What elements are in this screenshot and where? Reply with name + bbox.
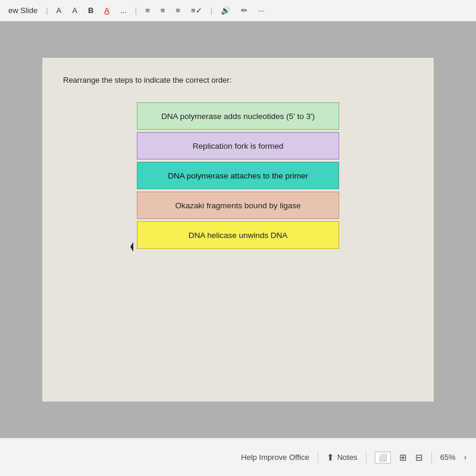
slide-view-icon: ⬜ — [378, 453, 387, 462]
slide-instruction: Rearrange the steps to indicate the corr… — [63, 76, 413, 84]
font-a2-button[interactable]: A — [68, 5, 81, 16]
help-improve-label: Help Improve Office — [241, 453, 309, 462]
new-slide-button[interactable]: ew Slide — [5, 5, 41, 16]
toolbar-sep-2: | — [135, 6, 137, 15]
grid1-button[interactable]: ⊞ — [399, 452, 407, 463]
step-5-label: DNA helicase unwinds DNA — [189, 231, 288, 240]
cursor-arrow — [130, 242, 133, 252]
step-1-label: DNA polymerase adds nucleotides (5' to 3… — [161, 112, 315, 121]
grid1-icon: ⊞ — [399, 452, 407, 463]
toolbar: ew Slide | A A B A ... | ≡ ≡ ≡ ≡✓ | 🔊 ✏ … — [0, 0, 476, 21]
statusbar-divider-3 — [431, 452, 432, 464]
step-3-label: DNA polymerase attaches to the primer — [168, 171, 308, 180]
toolbar-sep-1: | — [46, 6, 48, 15]
pen-button[interactable]: ✏ — [237, 5, 251, 16]
zoom-level[interactable]: 65% — [440, 453, 456, 462]
toolbar-sep-3: | — [211, 6, 212, 15]
step-2-box[interactable]: Replication fork is formed — [137, 132, 339, 159]
font-b-button[interactable]: B — [84, 5, 97, 16]
help-improve-item[interactable]: Help Improve Office — [241, 453, 309, 462]
grid2-icon: ⊟ — [415, 452, 423, 463]
statusbar-divider-1 — [318, 452, 318, 464]
list2-button[interactable]: ≡ — [157, 5, 169, 16]
list1-button[interactable]: ≡ — [142, 5, 154, 16]
more-button[interactable]: ... — [117, 5, 130, 16]
grid2-button[interactable]: ⊟ — [415, 452, 423, 463]
list3-button[interactable]: ≡ — [172, 5, 184, 16]
step-1-box[interactable]: DNA polymerase adds nucleotides (5' to 3… — [137, 102, 339, 130]
list4-button[interactable]: ≡✓ — [187, 5, 206, 16]
slide-view-button[interactable]: ⬜ — [375, 452, 391, 464]
step-4-label: Okazaki fragments bound by ligase — [176, 201, 301, 210]
step-5-box[interactable]: DNA helicase unwinds DNA — [137, 221, 339, 249]
more2-button[interactable]: ··· — [255, 5, 268, 16]
zoom-chevron[interactable]: › — [464, 453, 466, 462]
volume-button[interactable]: 🔊 — [217, 5, 234, 16]
step-4-box[interactable]: Okazaki fragments bound by ligase — [137, 192, 339, 219]
font-a1-button[interactable]: A — [53, 5, 65, 16]
notes-label: Notes — [337, 453, 358, 462]
slide-area: Rearrange the steps to indicate the corr… — [0, 21, 476, 438]
notes-icon: ⬆ — [327, 452, 334, 463]
step-2-label: Replication fork is formed — [193, 142, 283, 151]
step-3-box[interactable]: DNA polymerase attaches to the primer — [137, 162, 339, 189]
steps-container: DNA polymerase adds nucleotides (5' to 3… — [63, 102, 413, 249]
slide: Rearrange the steps to indicate the corr… — [42, 57, 434, 402]
statusbar: Help Improve Office ⬆ Notes ⬜ ⊞ ⊟ 65% › — [0, 438, 476, 476]
font-a-color-button[interactable]: A — [101, 5, 113, 16]
notes-button[interactable]: ⬆ Notes — [327, 452, 358, 463]
statusbar-divider-2 — [366, 452, 367, 464]
